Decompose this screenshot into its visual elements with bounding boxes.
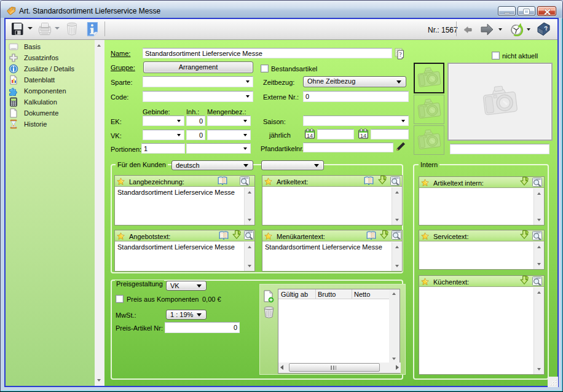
svg-text:?: ? [399, 51, 402, 58]
